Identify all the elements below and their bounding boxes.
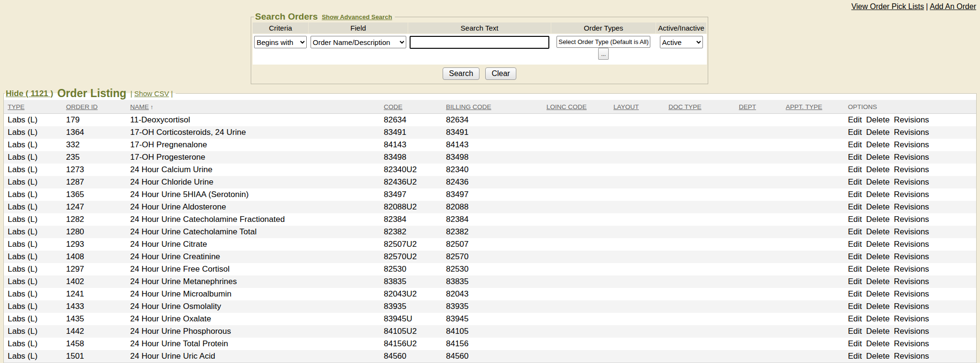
edit-link[interactable]: Edit (848, 215, 862, 224)
cell-billing-code: 83498 (442, 151, 543, 164)
revisions-link[interactable]: Revisions (894, 177, 929, 187)
delete-link[interactable]: Delete (866, 252, 890, 261)
revisions-link[interactable]: Revisions (894, 227, 929, 236)
delete-link[interactable]: Delete (866, 140, 890, 149)
cell-loinc-code (543, 139, 610, 151)
edit-link[interactable]: Edit (848, 264, 862, 274)
table-row: Labs (L)143524 Hour Urine Oxalate83945U8… (4, 313, 976, 325)
column-header-loinc-code[interactable]: LOINC CODE (543, 100, 610, 114)
table-row: Labs (L)124724 Hour Urine Aldosterone820… (4, 201, 976, 213)
cell-type: Labs (L) (4, 251, 62, 263)
delete-link[interactable]: Delete (866, 227, 890, 236)
revisions-link[interactable]: Revisions (894, 352, 929, 361)
delete-link[interactable]: Delete (866, 352, 890, 361)
edit-link[interactable]: Edit (848, 240, 862, 249)
revisions-link[interactable]: Revisions (894, 252, 929, 261)
revisions-link[interactable]: Revisions (894, 327, 929, 336)
cell-code: 82384 (380, 213, 442, 226)
revisions-link[interactable]: Revisions (894, 314, 929, 323)
delete-link[interactable]: Delete (866, 202, 890, 211)
column-header-label: TYPE (8, 103, 24, 110)
column-header-appt-type[interactable]: APPT. TYPE (782, 100, 844, 114)
column-header-code[interactable]: CODE (380, 100, 442, 114)
column-header-dept[interactable]: DEPT (735, 100, 782, 114)
search-text-input[interactable] (410, 36, 549, 49)
revisions-link[interactable]: Revisions (894, 153, 929, 162)
delete-link[interactable]: Delete (866, 314, 890, 323)
revisions-link[interactable]: Revisions (894, 140, 929, 149)
revisions-link[interactable]: Revisions (894, 240, 929, 249)
cell-billing-code: 82634 (442, 114, 543, 126)
field-select[interactable]: Order Name/Description (311, 36, 406, 48)
delete-link[interactable]: Delete (866, 115, 890, 124)
edit-link[interactable]: Edit (848, 302, 862, 311)
revisions-link[interactable]: Revisions (894, 264, 929, 274)
delete-link[interactable]: Delete (866, 190, 890, 199)
revisions-link[interactable]: Revisions (894, 190, 929, 199)
revisions-link[interactable]: Revisions (894, 215, 929, 224)
delete-link[interactable]: Delete (866, 339, 890, 348)
delete-link[interactable]: Delete (866, 264, 890, 274)
edit-link[interactable]: Edit (848, 190, 862, 199)
view-order-pick-lists-link[interactable]: View Order Pick Lists (851, 2, 924, 11)
cell-doc-type (665, 350, 735, 363)
edit-link[interactable]: Edit (848, 352, 862, 361)
search-button[interactable]: Search (443, 67, 479, 80)
cell-layout (610, 251, 665, 263)
active-inactive-select[interactable]: Active (660, 36, 703, 48)
add-an-order-link[interactable]: Add An Order (930, 2, 976, 11)
revisions-link[interactable]: Revisions (894, 128, 929, 137)
delete-link[interactable]: Delete (866, 302, 890, 311)
delete-link[interactable]: Delete (866, 165, 890, 174)
show-csv-link[interactable]: Show CSV (134, 89, 169, 98)
column-header-order-id[interactable]: ORDER ID (62, 100, 126, 114)
edit-link[interactable]: Edit (848, 339, 862, 348)
revisions-link[interactable]: Revisions (894, 202, 929, 211)
cell-name: 24 Hour Urine Metanephrines (126, 275, 380, 288)
delete-link[interactable]: Delete (866, 153, 890, 162)
delete-link[interactable]: Delete (866, 327, 890, 336)
edit-link[interactable]: Edit (848, 115, 862, 124)
revisions-link[interactable]: Revisions (894, 339, 929, 348)
delete-link[interactable]: Delete (866, 277, 890, 286)
delete-link[interactable]: Delete (866, 177, 890, 187)
edit-link[interactable]: Edit (848, 165, 862, 174)
delete-link[interactable]: Delete (866, 240, 890, 249)
edit-link[interactable]: Edit (848, 153, 862, 162)
delete-link[interactable]: Delete (866, 215, 890, 224)
edit-link[interactable]: Edit (848, 277, 862, 286)
cell-name: 24 Hour Calcium Urine (126, 164, 380, 176)
cell-name: 17-OH Pregnenalone (126, 139, 380, 151)
edit-link[interactable]: Edit (848, 227, 862, 236)
delete-link[interactable]: Delete (866, 128, 890, 137)
column-header-name[interactable]: NAME↑ (126, 100, 380, 114)
order-type-input[interactable] (557, 36, 650, 48)
delete-link[interactable]: Delete (866, 289, 890, 298)
edit-link[interactable]: Edit (848, 140, 862, 149)
cell-billing-code: 84143 (442, 139, 543, 151)
show-advanced-search-link[interactable]: Show Advanced Search (322, 13, 392, 21)
edit-link[interactable]: Edit (848, 289, 862, 298)
revisions-link[interactable]: Revisions (894, 165, 929, 174)
edit-link[interactable]: Edit (848, 202, 862, 211)
revisions-link[interactable]: Revisions (894, 289, 929, 298)
revisions-link[interactable]: Revisions (894, 302, 929, 311)
column-header-layout[interactable]: LAYOUT (610, 100, 665, 114)
clear-button[interactable]: Clear (485, 67, 516, 80)
column-header-billing-code[interactable]: BILLING CODE (442, 100, 543, 114)
edit-link[interactable]: Edit (848, 327, 862, 336)
hide-count-link[interactable]: Hide ( 1121 ) (6, 89, 53, 98)
criteria-select[interactable]: Begins with (254, 36, 307, 48)
cell-loinc-code (543, 288, 610, 300)
edit-link[interactable]: Edit (848, 314, 862, 323)
revisions-link[interactable]: Revisions (894, 277, 929, 286)
edit-link[interactable]: Edit (848, 252, 862, 261)
order-type-browse-button[interactable]: ... (598, 48, 609, 60)
column-header-doc-type[interactable]: DOC TYPE (665, 100, 735, 114)
order-listing-title: Order Listing (57, 87, 126, 99)
revisions-link[interactable]: Revisions (894, 115, 929, 124)
column-header-type[interactable]: TYPE (4, 100, 62, 114)
edit-link[interactable]: Edit (848, 177, 862, 187)
edit-link[interactable]: Edit (848, 128, 862, 137)
order-listing-legend: Hide ( 1121 ) Order Listing | Show CSV | (5, 87, 176, 100)
